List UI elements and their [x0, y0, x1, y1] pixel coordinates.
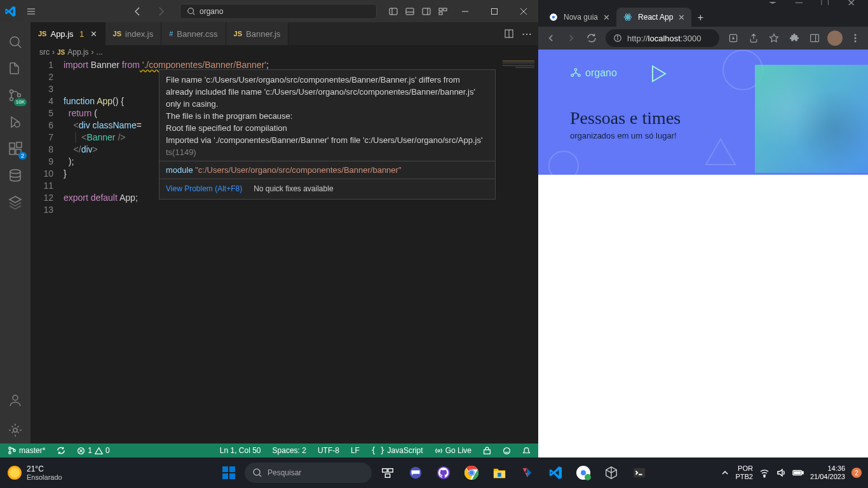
reload-icon[interactable]	[583, 29, 600, 47]
tab-banner-css[interactable]: # Banner.css	[161, 22, 226, 45]
wifi-icon[interactable]	[759, 468, 770, 478]
forward-icon[interactable]	[562, 29, 580, 47]
tab-dirty: 1	[78, 29, 86, 39]
notification-badge[interactable]: 2	[851, 468, 862, 478]
tab-banner-js[interactable]: JS Banner.js	[226, 22, 289, 45]
vscode-taskbar-icon[interactable]	[543, 461, 567, 485]
language-indicator[interactable]: { } JavaScript	[369, 446, 426, 455]
prettier-icon[interactable]	[480, 446, 494, 455]
side-panel-icon[interactable]	[806, 29, 824, 47]
tab-close-icon[interactable]: ✕	[678, 13, 685, 22]
terminal-icon[interactable]	[627, 461, 651, 485]
feedback-icon[interactable]	[500, 446, 513, 455]
play-icon	[651, 65, 667, 83]
settings-gear-icon[interactable]	[0, 417, 31, 444]
hamburger-icon[interactable]	[21, 6, 42, 17]
svg-rect-62	[229, 473, 235, 479]
vscode-logo-icon	[0, 6, 21, 17]
source-control-icon[interactable]: 10K	[0, 82, 31, 109]
nav-back-icon[interactable]	[130, 4, 146, 19]
view-problem-link[interactable]: View Problem (Alt+F8)	[166, 183, 242, 195]
activity-bar: 10K 2	[0, 22, 31, 444]
problems-indicator[interactable]: 1 0	[74, 446, 112, 455]
tab-close-icon[interactable]: ✕	[90, 29, 97, 39]
cursor-position[interactable]: Ln 1, Col 50	[217, 446, 264, 455]
start-button[interactable]	[217, 461, 241, 485]
tab-app-js[interactable]: JS App.js 1 ✕	[31, 22, 105, 45]
breadcrumb-item: src	[39, 48, 50, 57]
taskbar-search[interactable]: Pesquisar	[245, 463, 372, 483]
install-app-icon[interactable]	[724, 29, 742, 47]
accounts-icon[interactable]	[0, 390, 31, 417]
hover-msg: Imported via './componentes/Banner/Banne…	[166, 135, 482, 145]
database-icon[interactable]	[0, 162, 31, 189]
chrome-tab-react-app[interactable]: React App ✕	[616, 8, 691, 27]
chat-icon[interactable]	[403, 461, 428, 485]
breadcrumb[interactable]: src › JS App.js › ...	[31, 45, 538, 59]
svg-point-33	[9, 447, 11, 450]
search-view-icon[interactable]	[0, 29, 31, 55]
encoding-indicator[interactable]: UTF-8	[315, 446, 342, 455]
language-indicator[interactable]: PORPTB2	[735, 464, 753, 481]
branch-indicator[interactable]: master*	[5, 446, 48, 455]
more-icon[interactable]: ⋯	[522, 28, 532, 40]
chrome-tabstrip: Nova guia ✕ React App ✕ +	[538, 5, 868, 27]
eol-indicator[interactable]: LF	[348, 446, 362, 455]
battery-icon[interactable]	[792, 469, 804, 477]
profile-avatar[interactable]	[826, 29, 844, 47]
weather-desc: Ensolarado	[27, 473, 62, 481]
omnibox[interactable]: http://localhost:3000	[606, 29, 719, 47]
svg-point-54	[855, 37, 857, 39]
github-icon[interactable]	[431, 461, 456, 485]
indent-indicator[interactable]: Spaces: 2	[270, 446, 309, 455]
app-banner: organo Pessoas e times organizados em um…	[538, 50, 868, 175]
chrome-icon[interactable]	[459, 461, 484, 485]
task-view-icon[interactable]	[376, 461, 400, 485]
weather-widget[interactable]: 21°C Ensolarado	[0, 464, 70, 481]
search-icon	[252, 468, 262, 478]
chevron-down-icon[interactable]	[769, 2, 776, 4]
explorer-icon[interactable]	[0, 55, 31, 82]
layout-panel-bottom-icon[interactable]	[402, 4, 417, 19]
tray-chevron-icon[interactable]	[721, 469, 729, 477]
clock[interactable]: 14:3621/04/2023	[810, 464, 845, 481]
maximize-icon[interactable]	[480, 0, 509, 22]
bookmark-star-icon[interactable]	[765, 29, 783, 47]
svg-point-42	[552, 16, 555, 19]
sync-indicator[interactable]	[54, 446, 68, 455]
layout-panel-right-icon[interactable]	[419, 4, 434, 19]
tab-close-icon[interactable]: ✕	[603, 13, 610, 22]
chrome-active-icon[interactable]	[571, 461, 595, 485]
layout-customize-icon[interactable]	[435, 4, 451, 19]
explorer-folder-icon[interactable]	[487, 461, 512, 485]
nav-forward-icon[interactable]	[153, 4, 168, 19]
layout-panel-left-icon[interactable]	[386, 4, 401, 19]
chrome-tab-nova-guia[interactable]: Nova guia ✕	[542, 8, 616, 27]
new-tab-button[interactable]: +	[691, 9, 709, 27]
svg-rect-61	[222, 473, 228, 479]
svg-point-28	[10, 170, 20, 173]
extensions-puzzle-icon[interactable]	[785, 29, 803, 47]
go-live-button[interactable]: Go Live	[432, 446, 474, 455]
svg-point-73	[470, 471, 474, 475]
minimize-icon[interactable]	[451, 0, 480, 22]
tab-index-js[interactable]: JS index.js	[105, 22, 162, 45]
share-icon[interactable]	[745, 29, 763, 47]
hover-module: module	[166, 165, 195, 175]
notifications-icon[interactable]	[520, 446, 533, 455]
extensions-icon[interactable]: 2	[0, 135, 31, 162]
run-debug-icon[interactable]	[0, 109, 31, 135]
volume-icon[interactable]	[776, 468, 786, 478]
hover-tooltip: File name 'c:/Users/User/organo/src/comp…	[159, 69, 496, 200]
power-automate-icon[interactable]	[515, 461, 539, 485]
split-editor-icon[interactable]	[504, 29, 514, 39]
command-center[interactable]: organo	[180, 4, 377, 19]
back-icon[interactable]	[542, 29, 560, 47]
svg-rect-13	[439, 12, 442, 15]
chrome-menu-icon[interactable]	[846, 29, 864, 47]
breadcrumb-item: App.js	[67, 48, 88, 57]
virtualbox-icon[interactable]	[599, 461, 623, 485]
close-icon[interactable]	[509, 0, 538, 22]
layers-icon[interactable]	[0, 189, 31, 215]
code-editor[interactable]: 12345678910111213 import Banner from './…	[31, 59, 538, 444]
